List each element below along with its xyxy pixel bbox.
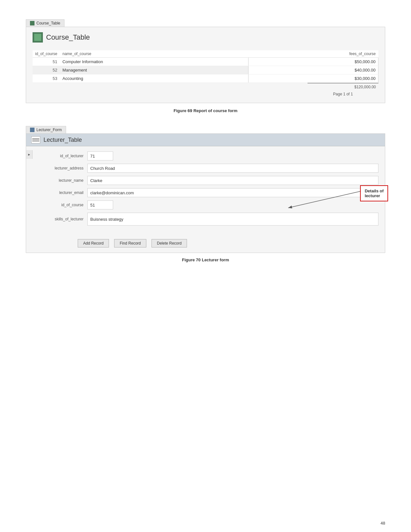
lecturer-name-input[interactable] (87, 176, 378, 185)
lecturer-email-row: lecturer_email (39, 188, 378, 197)
lecturer-tab-icon (30, 128, 34, 132)
course-title-icon (33, 32, 43, 43)
row-fees: $40,000.00 (248, 66, 378, 74)
lecturer-window-body: Lecturer_Table ► id_of_lecturer lecturer… (26, 133, 385, 253)
col-header-fees: fees_of_course (248, 50, 378, 58)
skills-of-lecturer-input[interactable] (87, 213, 378, 226)
lecturer-name-label: lecturer_name (39, 178, 87, 183)
lecturer-title-icon-graphic (31, 136, 40, 143)
course-page-info: Page 1 of 1 (308, 92, 378, 96)
lecturer-address-row: lecturer_address (39, 164, 378, 173)
course-title-bar: Course_Table (33, 32, 378, 45)
id-of-lecturer-input[interactable] (87, 151, 113, 160)
course-tab-label: Course_Table (36, 21, 60, 25)
nav-arrow[interactable]: ► (26, 150, 33, 159)
lecturer-address-input[interactable] (87, 164, 378, 173)
lecturer-tab[interactable]: Lecturer_Form (26, 126, 66, 133)
lecturer-name-row: lecturer_name (39, 176, 378, 185)
table-row: 53 Accounting $30,000.00 (33, 74, 378, 83)
course-table-tab[interactable]: Course_Table (26, 19, 64, 27)
delete-record-button[interactable]: Delete Record (152, 239, 187, 247)
course-window-body: Course_Table id_of_course name_of_course… (26, 27, 385, 103)
id-of-course-input[interactable] (87, 200, 113, 209)
row-fees: $30,000.00 (248, 74, 378, 83)
course-total: $120,000.00 (308, 83, 378, 91)
course-figure-caption: Figure 69 Report of course form (26, 108, 385, 113)
row-fees: $50,000.00 (248, 58, 378, 66)
details-annotation-line2: lecturer (365, 193, 384, 198)
lecturer-window-title: Lecturer_Table (44, 137, 82, 143)
row-id: 53 (33, 74, 60, 83)
lecturer-section: Lecturer_Form Lecturer_Table ► id_of_lec… (26, 126, 385, 262)
row-id: 52 (33, 66, 60, 74)
lecturer-email-label: lecturer_email (39, 190, 87, 195)
row-name: Accounting (60, 74, 249, 83)
lecturer-title-bar: Lecturer_Table (26, 134, 385, 146)
row-name: Management (60, 66, 249, 74)
page-number: 48 (381, 521, 385, 526)
lecturer-figure-caption: Figure 70 Lecturer form (26, 257, 385, 262)
form-buttons-bar: Add Record Find Record Delete Record (26, 235, 385, 253)
id-of-course-label: id_of_course (39, 203, 87, 207)
lecturer-email-input[interactable] (87, 188, 378, 197)
add-record-button[interactable]: Add Record (78, 239, 109, 247)
lecturer-address-label: lecturer_address (39, 166, 87, 170)
details-annotation-line1: Details of (365, 189, 384, 193)
id-of-lecturer-label: id_of_lecturer (39, 154, 87, 158)
row-name: Computer Information (60, 58, 249, 66)
skills-of-lecturer-label: skills_of_lecturer (39, 217, 87, 221)
row-id: 51 (33, 58, 60, 66)
col-header-name: name_of_course (60, 50, 249, 58)
lecturer-form-content: id_of_lecturer lecturer_address lecturer… (26, 146, 385, 235)
details-annotation-box: Details of lecturer (360, 185, 388, 201)
course-data-table: id_of_course name_of_course fees_of_cour… (33, 50, 378, 83)
course-window-title: Course_Table (46, 33, 90, 42)
find-record-button[interactable]: Find Record (114, 239, 146, 247)
id-of-course-row: id_of_course (39, 200, 378, 209)
id-of-lecturer-row: id_of_lecturer (39, 151, 378, 160)
lecturer-tab-label: Lecturer_Form (36, 128, 62, 132)
col-header-id: id_of_course (33, 50, 60, 58)
skills-of-lecturer-row: skills_of_lecturer (39, 213, 378, 226)
table-row: 52 Management $40,000.00 (33, 66, 378, 74)
table-row: 51 Computer Information $50,000.00 (33, 58, 378, 66)
course-table-section: Course_Table Course_Table id_of_course n… (26, 19, 385, 113)
course-tab-icon (30, 21, 34, 25)
